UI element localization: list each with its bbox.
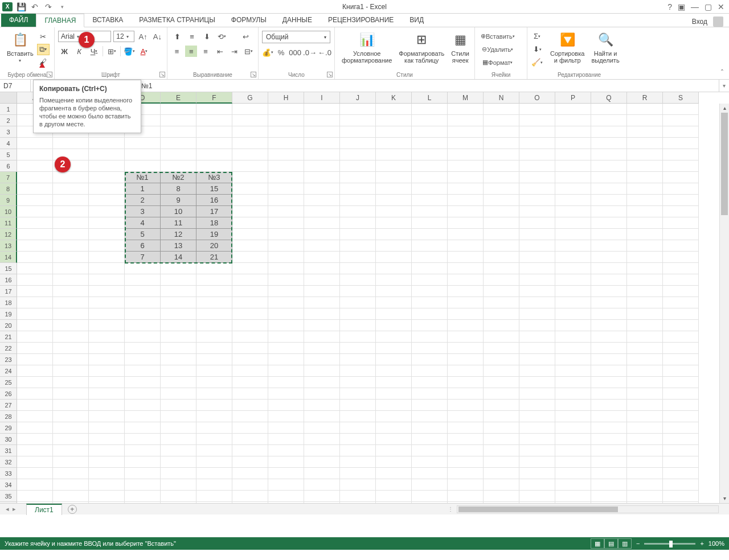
cell[interactable] (17, 331, 53, 343)
scroll-down-icon[interactable]: ▾ (720, 494, 729, 503)
cell[interactable] (627, 104, 663, 115)
cell[interactable] (268, 104, 304, 115)
cell[interactable] (412, 445, 448, 456)
cell[interactable] (448, 263, 484, 274)
cell[interactable] (125, 263, 161, 274)
cell[interactable] (448, 343, 484, 354)
cell[interactable] (627, 491, 663, 502)
sheet-prev-icon[interactable]: ◂ (6, 505, 9, 513)
cell[interactable] (627, 195, 663, 206)
cell[interactable] (232, 468, 268, 479)
cell[interactable] (448, 217, 484, 229)
cell[interactable] (663, 252, 699, 263)
cell[interactable] (591, 479, 627, 491)
cell[interactable] (89, 422, 125, 434)
cell[interactable] (89, 354, 125, 365)
tab-review[interactable]: РЕЦЕНЗИРОВАНИЕ (320, 13, 402, 27)
cell[interactable] (340, 456, 376, 468)
cell[interactable] (591, 229, 627, 240)
cell[interactable]: №2 (161, 172, 196, 183)
cell[interactable] (17, 206, 53, 217)
cell[interactable] (89, 195, 125, 206)
cell[interactable] (340, 240, 376, 252)
cell[interactable] (376, 229, 412, 240)
cell[interactable] (376, 286, 412, 297)
cell[interactable] (627, 149, 663, 160)
cell[interactable] (304, 422, 340, 434)
cell[interactable] (89, 434, 125, 445)
cell[interactable] (125, 434, 161, 445)
cell[interactable] (232, 422, 268, 434)
row-header[interactable]: 6 (0, 160, 17, 172)
cell[interactable] (268, 411, 304, 422)
cell[interactable] (484, 468, 519, 479)
cell[interactable] (448, 229, 484, 240)
row-header[interactable]: 13 (0, 240, 17, 252)
cell[interactable] (448, 445, 484, 456)
font-color-button[interactable]: A▾ (138, 46, 150, 57)
cell[interactable] (340, 411, 376, 422)
cell[interactable]: 15 (196, 183, 232, 195)
conditional-formatting-button[interactable]: 📊 Условное форматирование (338, 28, 395, 70)
cell[interactable] (304, 377, 340, 388)
cell[interactable] (89, 468, 125, 479)
format-cells-button[interactable]: ▦ Формат ▾ (478, 57, 517, 68)
cell[interactable] (17, 160, 53, 172)
delete-cells-button[interactable]: ⊖ Удалить ▾ (478, 44, 517, 55)
cell[interactable] (161, 331, 196, 343)
cell[interactable] (304, 138, 340, 149)
row-header[interactable]: 35 (0, 491, 17, 502)
cell[interactable] (268, 195, 304, 206)
cell[interactable] (484, 354, 519, 365)
cell[interactable] (519, 468, 555, 479)
cell[interactable]: 19 (196, 229, 232, 240)
cell[interactable] (17, 149, 53, 160)
cell[interactable]: 13 (161, 240, 196, 252)
cell[interactable] (376, 160, 412, 172)
cell[interactable] (17, 377, 53, 388)
cell[interactable] (663, 263, 699, 274)
cell[interactable] (232, 217, 268, 229)
cell[interactable] (161, 422, 196, 434)
row-header[interactable]: 24 (0, 365, 17, 377)
cell[interactable] (340, 138, 376, 149)
cell[interactable] (89, 411, 125, 422)
cell[interactable] (412, 149, 448, 160)
cell[interactable] (53, 138, 89, 149)
row-header[interactable]: 33 (0, 468, 17, 479)
cell[interactable] (627, 217, 663, 229)
cell[interactable] (448, 104, 484, 115)
cell[interactable] (304, 343, 340, 354)
cell[interactable] (268, 138, 304, 149)
row-header[interactable]: 14 (0, 252, 17, 263)
cell[interactable] (448, 286, 484, 297)
cell[interactable] (448, 388, 484, 400)
cell[interactable] (555, 331, 591, 343)
cell[interactable] (591, 445, 627, 456)
zoom-knob[interactable] (669, 541, 673, 547)
cell[interactable] (663, 365, 699, 377)
hscroll-thumb[interactable] (458, 507, 618, 512)
cell[interactable] (89, 331, 125, 343)
page-layout-button[interactable]: ▤ (604, 538, 618, 549)
grow-font-button[interactable]: A↑ (137, 31, 149, 42)
cell[interactable] (268, 263, 304, 274)
cell[interactable] (53, 422, 89, 434)
cell[interactable] (17, 479, 53, 491)
cell[interactable] (663, 388, 699, 400)
cell[interactable] (125, 400, 161, 411)
cell[interactable] (663, 104, 699, 115)
cell[interactable]: 2 (125, 195, 161, 206)
cell[interactable] (268, 422, 304, 434)
cell[interactable] (53, 377, 89, 388)
cell[interactable] (17, 411, 53, 422)
cell[interactable] (89, 308, 125, 320)
cell[interactable] (376, 308, 412, 320)
cell[interactable] (17, 365, 53, 377)
cell[interactable] (519, 229, 555, 240)
cell[interactable] (304, 468, 340, 479)
cell[interactable] (125, 388, 161, 400)
cell[interactable] (591, 138, 627, 149)
cell[interactable] (555, 388, 591, 400)
qat-customize-icon[interactable]: ▾ (57, 2, 67, 12)
